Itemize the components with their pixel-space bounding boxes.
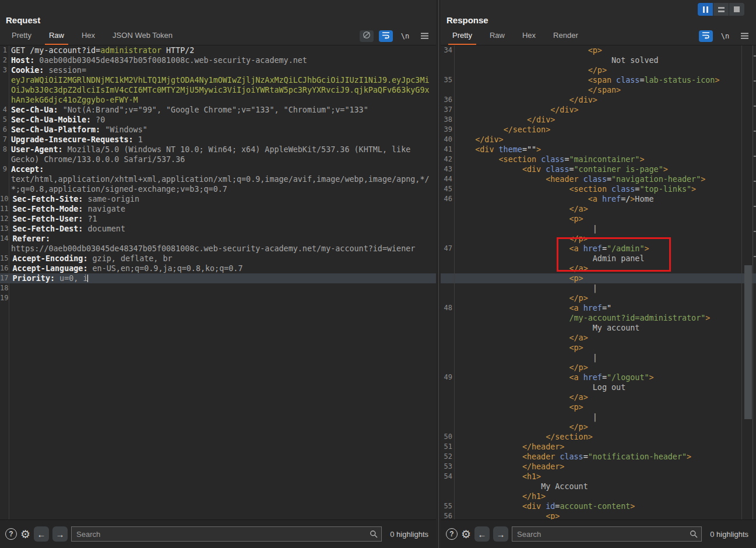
code-segment: hAn3ekG6djc41oZggybo-eFWY-M [11,96,138,104]
tab-hex[interactable]: Hex [73,28,104,45]
panel-divider[interactable] [436,0,441,548]
response-tabs: PrettyRawHexRender [444,28,587,45]
line-number [441,55,454,65]
word-wrap-toggle[interactable] [379,30,393,42]
code-text: </header> [454,462,564,472]
layout-single-button[interactable] [729,3,744,16]
layout-columns-button[interactable] [698,3,713,16]
code-segment: Admin panel [593,254,645,263]
code-row: <p> [441,273,756,283]
code-row: Log out [441,382,756,392]
next-match-button[interactable]: → [493,526,508,542]
newline-icon: \n [721,32,729,40]
code-row: My Account [441,482,756,491]
scrollbar-thumb[interactable] [744,265,752,419]
code-text: text/html,application/xhtml+xml,applicat… [9,174,430,184]
word-wrap-icon [702,31,710,41]
response-editor-menu-button[interactable] [737,30,751,42]
code-row: 42 <section class="maincontainer"> [441,154,756,164]
line-number: 36 [441,95,454,105]
previous-match-button[interactable]: ← [34,526,49,542]
line-number: 47 [441,244,454,254]
line-number: 4 [0,105,9,115]
code-segment: <p> [569,343,583,352]
tab-pretty[interactable]: Pretty [3,28,40,45]
code-segment: id [546,502,555,511]
code-segment: > [715,76,719,85]
tab-pretty[interactable]: Pretty [444,28,481,45]
code-segment: ?0 [91,115,105,124]
code-segment: > [649,373,654,382]
code-row: </a> [441,333,756,343]
code-segment: </p> [569,294,588,303]
code-row: 12Sec-Fetch-User: ?1 [0,214,436,224]
search-icon [370,530,378,540]
code-segment: Cookie: [11,66,44,75]
line-number: 50 [441,432,454,442]
request-editor[interactable]: 1GET /my-account?id=administrator HTTP/2… [0,45,436,520]
code-segment: > [536,145,541,154]
code-segment: </h1> [522,492,546,501]
code-segment: </header> [522,442,565,451]
code-segment: <header [522,452,560,461]
line-number [441,412,454,422]
code-row: <p> [441,343,756,353]
code-text: hAn3ekG6djc41oZggybo-eFWY-M [9,95,138,105]
line-number: 40 [441,135,454,145]
line-number [0,154,9,164]
code-row: 40 </div> [441,135,756,145]
code-segment: My Account [541,482,588,491]
code-row: 19 [0,293,436,303]
help-button[interactable]: ? [446,528,458,540]
code-segment: My account [593,324,640,332]
line-number: 52 [441,452,454,462]
next-match-button[interactable]: → [52,526,68,542]
eye-slash-icon [362,31,371,41]
line-number [441,293,454,303]
code-segment: class [611,185,635,194]
code-segment: HTTP/2 [161,46,194,55]
request-tabs-row: PrettyRawHexJSON Web Token \n [0,29,436,45]
code-row: 5Sec-Ch-Ua-Mobile: ?0 [0,115,436,125]
code-text: <p> [454,402,583,412]
request-editor-menu-button[interactable] [417,30,431,42]
code-row: </p> [441,422,756,432]
code-segment: > [687,452,691,461]
response-editor[interactable]: 34 <p> Not solved </p>35 <span class=lab… [441,45,756,520]
search-settings-button[interactable]: ⚙ [20,529,30,540]
code-row: </a> [441,204,756,214]
previous-match-button[interactable]: ← [474,526,490,542]
search-input[interactable] [512,526,702,542]
word-wrap-toggle[interactable] [699,30,713,42]
code-text: <h1> [454,472,541,482]
line-number: 6 [0,125,9,135]
code-segment: class [541,155,564,164]
line-number [441,65,454,75]
tab-raw[interactable]: Raw [481,28,514,45]
newline-chars-toggle[interactable]: \n [718,30,732,42]
code-segment: GET /my-account?id= [11,46,100,55]
tab-render[interactable]: Render [544,28,587,45]
layout-rows-button[interactable] [713,3,729,16]
code-segment: session= [44,66,86,75]
code-text: Sec-Ch-Ua-Platform: "Windows" [9,125,147,135]
code-row: </span> [441,85,756,95]
tab-json-web-token[interactable]: JSON Web Token [104,28,181,45]
code-row: Admin panel [441,254,756,264]
code-row: 46 <a href=/>Home [441,194,756,204]
line-number: 35 [441,75,454,85]
newline-chars-toggle[interactable]: \n [398,30,412,42]
code-segment: Priority: [12,274,55,283]
code-segment: /my-account?id=administrator" [569,314,705,322]
code-row: 6Sec-Ch-Ua-Platform: "Windows" [0,125,436,135]
code-segment: > [639,155,644,164]
search-settings-button[interactable]: ⚙ [461,529,471,540]
code-text: Sec-Fetch-Dest: document [10,224,125,234]
tab-hex[interactable]: Hex [514,28,544,45]
hide-nonprinting-button[interactable] [360,30,374,42]
search-icon [690,530,698,540]
tab-raw[interactable]: Raw [40,28,73,45]
help-button[interactable]: ? [5,528,17,540]
search-input[interactable] [71,526,382,542]
code-text: <div id=account-content> [454,501,635,511]
